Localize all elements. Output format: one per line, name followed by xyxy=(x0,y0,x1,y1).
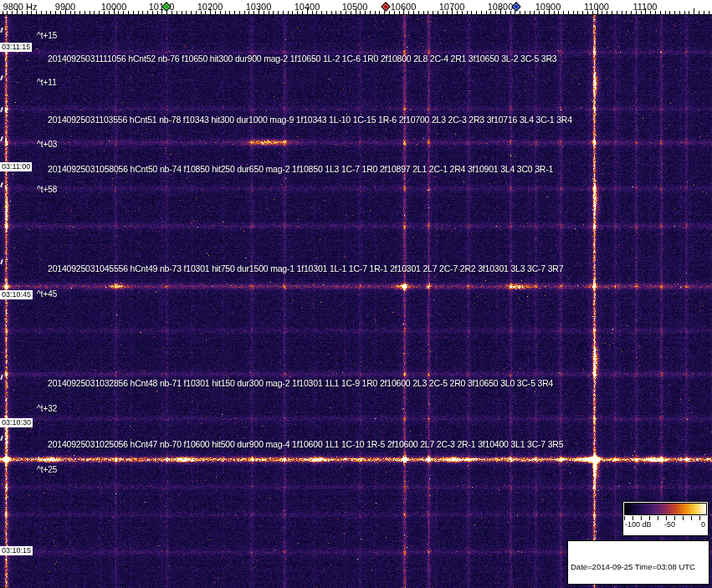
info-date-line: Date=2014-09-25 Time=03:08 UTC xyxy=(571,562,706,572)
detection-record: 20140925031045556 hCnt49 nb-73 f10301 hi… xyxy=(48,263,563,274)
detection-record: 20140925031058056 hCnt50 nb-74 f10850 hi… xyxy=(48,164,553,174)
frequency-marker-diamond[interactable] xyxy=(511,2,520,11)
info-box: Date=2014-09-25 Time=03:08 UTC Freq=143 … xyxy=(567,540,709,585)
frequency-marker-diamond[interactable] xyxy=(161,2,171,11)
color-scale-labels: -100 dB -50 0 xyxy=(624,520,707,530)
detection-record: 20140925031103556 hCnt51 nb-78 f10343 hi… xyxy=(48,115,572,125)
detection-text-layer: 20140925031111056 hCnt52 nb-76 f10650 hi… xyxy=(0,0,712,588)
frequency-marker-diamond[interactable] xyxy=(381,2,390,11)
detection-record: 20140925031032856 hCnt48 nb-71 f10301 hi… xyxy=(48,378,553,388)
color-scale-gradient xyxy=(624,503,707,515)
color-scale-legend: -100 dB -50 0 xyxy=(622,501,709,536)
detection-record: 20140925031025056 hCnt47 nb-70 f10600 hi… xyxy=(48,439,563,449)
spectrogram-screen: 9800 Hz 9900 10000 10100 10200 10300 104… xyxy=(0,0,712,588)
frequency-marker-layer xyxy=(0,0,712,15)
color-scale-max-label: 0 xyxy=(701,520,705,529)
color-scale-mid-label: -50 xyxy=(664,520,675,529)
color-scale-min-label: -100 dB xyxy=(625,520,652,529)
detection-record: 20140925031111056 hCnt52 nb-76 f10650 hi… xyxy=(48,54,556,64)
